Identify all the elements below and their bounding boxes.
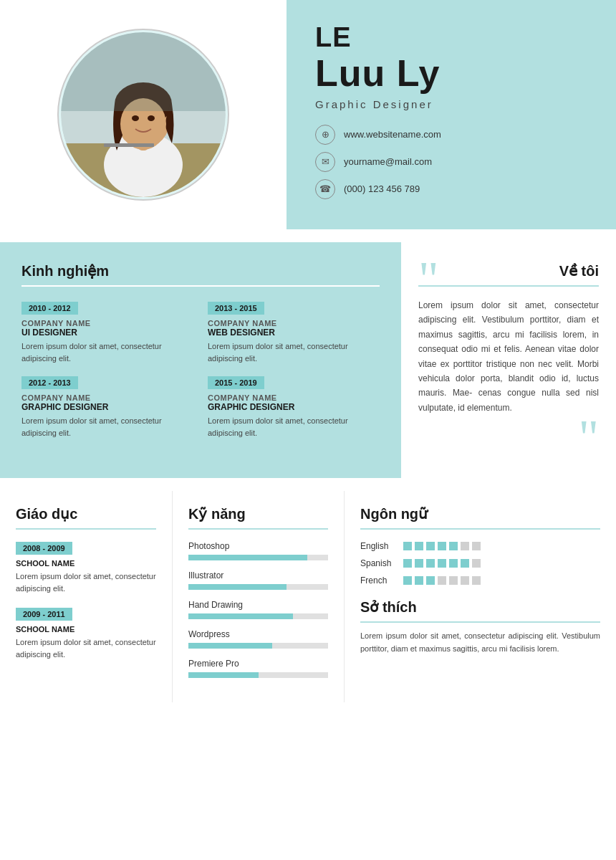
header-photo-area bbox=[0, 0, 287, 229]
dot-e-6 bbox=[461, 542, 469, 550]
skill-name-2: Hand Drawing bbox=[188, 600, 328, 610]
skill-name-0: Photoshop bbox=[188, 541, 328, 551]
exp-role-0: UI DESIGNER bbox=[21, 328, 193, 338]
exp-company-0: COMPANY NAME bbox=[21, 319, 193, 328]
email-text: yourname@mail.com bbox=[344, 156, 432, 167]
name-first: Luu Ly bbox=[315, 53, 587, 94]
dot-f-5 bbox=[449, 576, 458, 585]
skill-bar-fill-3 bbox=[188, 643, 272, 649]
profile-photo-border bbox=[57, 29, 229, 201]
profile-photo bbox=[61, 32, 226, 197]
exp-role-1: WEB DESIGNER bbox=[208, 328, 380, 338]
contact-phone: ☎ (000) 123 456 789 bbox=[315, 179, 587, 199]
website-text: www.websitename.com bbox=[344, 129, 441, 140]
edu-desc-1: Lorem ipsum dolor sit amet, consectetur … bbox=[16, 636, 156, 660]
contact-email: ✉ yourname@mail.com bbox=[315, 152, 587, 172]
about-title: Về tôi bbox=[418, 262, 599, 287]
lang-hobby-section: Ngôn ngữ English Spanish bbox=[344, 491, 616, 702]
skills-title: Kỹ năng bbox=[188, 505, 328, 530]
skill-bar-bg-2 bbox=[188, 613, 328, 619]
middle-section: Kinh nghiệm 2010 - 2012 COMPANY NAME UI … bbox=[0, 242, 616, 478]
skill-bar-fill-4 bbox=[188, 672, 259, 678]
email-icon: ✉ bbox=[315, 152, 335, 172]
lang-name-french: French bbox=[360, 575, 403, 586]
dot-s-6 bbox=[461, 559, 469, 568]
exp-company-1: COMPANY NAME bbox=[208, 319, 380, 328]
lang-item-english: English bbox=[360, 541, 600, 551]
skill-bar-bg-4 bbox=[188, 672, 328, 678]
exp-year-0: 2010 - 2012 bbox=[21, 302, 78, 315]
lang-name-english: English bbox=[360, 541, 403, 551]
phone-text: (000) 123 456 789 bbox=[344, 183, 420, 194]
svg-rect-10 bbox=[104, 143, 154, 147]
exp-item-1: 2013 - 2015 COMPANY NAME WEB DESIGNER Lo… bbox=[208, 301, 380, 364]
dot-f-4 bbox=[438, 576, 446, 585]
dot-s-2 bbox=[415, 559, 423, 568]
dot-s-1 bbox=[403, 559, 412, 568]
hobbies-text: Lorem ipsum dolor sit amet, consectetur … bbox=[360, 630, 600, 655]
quote-close-icon: " bbox=[418, 418, 599, 458]
lang-dots-spanish bbox=[403, 559, 481, 568]
dot-s-3 bbox=[426, 559, 435, 568]
skill-item-3: Wordpress bbox=[188, 629, 328, 649]
svg-point-7 bbox=[132, 115, 139, 121]
lang-name-spanish: Spanish bbox=[360, 558, 403, 568]
skills-section: Kỹ năng Photoshop Illustrator Hand Drawi… bbox=[172, 491, 344, 702]
dot-e-2 bbox=[415, 542, 423, 550]
lang-item-french: French bbox=[360, 575, 600, 586]
skill-item-0: Photoshop bbox=[188, 541, 328, 560]
lang-item-spanish: Spanish bbox=[360, 558, 600, 568]
job-title: Graphic Designer bbox=[315, 98, 587, 110]
contact-website: ⊕ www.websitename.com bbox=[315, 125, 587, 145]
lang-dots-french bbox=[403, 576, 481, 585]
skill-name-4: Premiere Pro bbox=[188, 659, 328, 669]
edu-item-1: 2009 - 2011 SCHOOL NAME Lorem ipsum dolo… bbox=[16, 607, 156, 660]
skill-item-2: Hand Drawing bbox=[188, 600, 328, 619]
quote-open-icon: " bbox=[418, 259, 439, 300]
languages-title: Ngôn ngữ bbox=[360, 505, 600, 530]
edu-school-0: SCHOOL NAME bbox=[16, 559, 156, 568]
skill-name-3: Wordpress bbox=[188, 629, 328, 639]
skill-bar-bg-0 bbox=[188, 555, 328, 560]
svg-point-8 bbox=[148, 115, 155, 121]
experience-title: Kinh nghiệm bbox=[21, 262, 380, 287]
website-icon: ⊕ bbox=[315, 125, 335, 145]
skill-bar-bg-3 bbox=[188, 643, 328, 649]
edu-item-0: 2008 - 2009 SCHOOL NAME Lorem ipsum dolo… bbox=[16, 541, 156, 594]
exp-role-3: GRAPHIC DESIGNER bbox=[208, 402, 380, 412]
experience-grid: 2010 - 2012 COMPANY NAME UI DESIGNER Lor… bbox=[21, 301, 380, 439]
edu-year-0: 2008 - 2009 bbox=[16, 542, 72, 555]
exp-item-0: 2010 - 2012 COMPANY NAME UI DESIGNER Lor… bbox=[21, 301, 193, 364]
name-last: LE bbox=[315, 23, 587, 53]
dot-e-3 bbox=[426, 542, 435, 550]
edu-school-1: SCHOOL NAME bbox=[16, 625, 156, 634]
about-section: " Về tôi Lorem ipsum dolor sit amet, con… bbox=[401, 242, 616, 478]
exp-year-3: 2015 - 2019 bbox=[208, 376, 264, 389]
skill-name-1: Illustrator bbox=[188, 570, 328, 580]
exp-item-2: 2012 - 2013 COMPANY NAME GRAPHIC DESIGNE… bbox=[21, 376, 193, 439]
exp-desc-0: Lorem ipsum dolor sit amet, consectetur … bbox=[21, 340, 193, 364]
skill-bar-bg-1 bbox=[188, 584, 328, 590]
exp-desc-3: Lorem ipsum dolor sit amet, consectetur … bbox=[208, 415, 380, 439]
exp-desc-1: Lorem ipsum dolor sit amet, consectetur … bbox=[208, 340, 380, 364]
dot-e-4 bbox=[438, 542, 446, 550]
dot-s-7 bbox=[472, 559, 481, 568]
dot-e-1 bbox=[403, 542, 412, 550]
dot-e-5 bbox=[449, 542, 458, 550]
edu-year-1: 2009 - 2011 bbox=[16, 608, 72, 621]
skill-item-4: Premiere Pro bbox=[188, 659, 328, 678]
dot-f-2 bbox=[415, 576, 423, 585]
exp-year-2: 2012 - 2013 bbox=[21, 376, 78, 389]
dot-f-1 bbox=[403, 576, 412, 585]
dot-s-5 bbox=[449, 559, 458, 568]
svg-rect-9 bbox=[61, 32, 226, 111]
skill-bar-fill-2 bbox=[188, 613, 293, 619]
dot-e-7 bbox=[472, 542, 481, 550]
lang-dots-english bbox=[403, 542, 481, 550]
dot-f-6 bbox=[461, 576, 469, 585]
experience-section: Kinh nghiệm 2010 - 2012 COMPANY NAME UI … bbox=[0, 242, 401, 478]
exp-item-3: 2015 - 2019 COMPANY NAME GRAPHIC DESIGNE… bbox=[208, 376, 380, 439]
dot-f-7 bbox=[472, 576, 481, 585]
about-text: Lorem ipsum dolor sit amet, consectetur … bbox=[418, 298, 599, 415]
exp-company-3: COMPANY NAME bbox=[208, 393, 380, 402]
